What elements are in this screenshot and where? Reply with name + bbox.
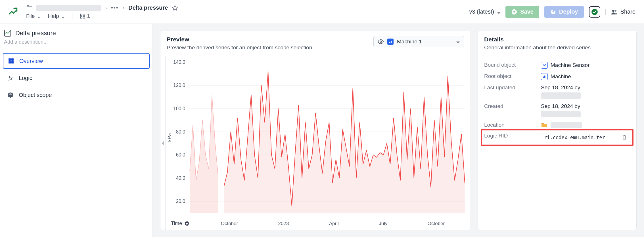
folder-icon [26, 5, 33, 11]
x-tick: October [428, 221, 445, 227]
x-axis-ticks: October2023AprilJulyOctober [195, 221, 471, 227]
svg-rect-37 [543, 77, 544, 78]
file-menu-label: File [26, 13, 35, 19]
sidebar-item-overview[interactable]: Overview [3, 53, 150, 69]
share-button[interactable]: Share [611, 9, 635, 15]
logic-rid-box[interactable]: ri.codex-emu.main.ter [541, 133, 630, 142]
main: Delta pressure Add a description... Over… [0, 24, 644, 237]
created-value: Sep 18, 2024 by [541, 103, 630, 117]
help-menu-label: Help [48, 13, 59, 19]
svg-point-11 [591, 9, 598, 15]
star-icon[interactable] [172, 5, 178, 11]
root-object-text: Machine [551, 73, 571, 80]
description-placeholder[interactable]: Add a description... [0, 38, 152, 50]
location-value[interactable] [541, 122, 630, 128]
details-subtitle: General information about the derived se… [484, 45, 630, 51]
svg-rect-38 [544, 76, 545, 78]
created-label: Created [484, 103, 535, 109]
sidebar-item-label: Logic [19, 75, 32, 81]
sidebar-item-label: Overview [19, 58, 43, 64]
breadcrumb-root-redacted [36, 5, 101, 11]
sidebar-item-logic[interactable]: fx Logic [3, 70, 150, 86]
line-chart[interactable]: 20.040.060.080.0100.0120.0140.0kPa [166, 56, 471, 217]
location-label: Location [484, 122, 535, 128]
breadcrumb-title[interactable]: Delta pressure [128, 5, 168, 11]
people-icon [611, 9, 618, 15]
eye-icon [378, 39, 384, 45]
sidebar-header: Delta pressure [0, 24, 152, 38]
root-object-label: Root object [484, 73, 535, 79]
divider [72, 13, 72, 19]
svg-text:kPa: kPa [167, 133, 172, 142]
row-bound-object: Bound object Machine Sensor [484, 62, 630, 69]
breadcrumb-ellipsis[interactable]: ••• [111, 5, 119, 11]
svg-rect-40 [624, 136, 625, 136]
svg-marker-1 [172, 5, 177, 10]
user-redacted [541, 92, 581, 99]
sidebar-item-label: Object scope [19, 92, 52, 98]
chevron-right-icon: › [123, 5, 125, 11]
gear-icon [184, 221, 189, 226]
chart-zone: 20.040.060.080.0100.0120.0140.0kPa Time … [160, 56, 471, 230]
scope-selector[interactable]: Machine 1 [373, 36, 464, 47]
preview-header: Preview Preview the derived series for a… [160, 31, 471, 56]
svg-rect-4 [80, 16, 82, 18]
collapse-handle[interactable] [160, 56, 166, 230]
root-object-value[interactable]: Machine [541, 73, 630, 80]
origin-count[interactable]: 1 [80, 13, 90, 19]
right-toolbar: v3 (latest) Save Deploy Share [469, 6, 635, 18]
grid-icon [7, 57, 15, 65]
version-selector[interactable]: v3 (latest) [469, 9, 500, 15]
svg-point-19 [380, 41, 382, 43]
time-label: Time [171, 221, 182, 227]
x-tick: 2023 [278, 221, 289, 227]
svg-point-12 [612, 10, 614, 12]
clipboard-icon[interactable] [622, 135, 627, 140]
chevron-down-icon [497, 10, 500, 14]
svg-rect-2 [80, 14, 82, 16]
time-axis-config[interactable]: Time [166, 217, 195, 230]
x-tick: October [221, 221, 238, 227]
last-updated-text: Sep 18, 2024 by [541, 84, 580, 91]
x-tick: April [329, 221, 339, 227]
location-redacted [551, 122, 582, 128]
last-updated-label: Last updated [484, 84, 535, 91]
help-menu[interactable]: Help [48, 13, 65, 19]
deploy-button[interactable]: Deploy [544, 6, 584, 18]
logic-rid-value: ri.codex-emu.main.ter [541, 133, 630, 142]
share-label: Share [620, 9, 635, 15]
breadcrumb-root[interactable] [26, 5, 101, 11]
sidebar-item-object-scope[interactable]: Object scope [3, 87, 150, 103]
save-button[interactable]: Save [505, 6, 539, 18]
row-logic-rid: Logic RID ri.codex-emu.main.ter [481, 129, 633, 146]
svg-rect-15 [9, 58, 11, 61]
machine-type-icon [541, 73, 548, 80]
svg-rect-16 [11, 58, 14, 61]
svg-rect-3 [83, 14, 85, 16]
details-header: Details General information about the de… [478, 31, 636, 56]
deploy-label: Deploy [559, 9, 578, 15]
file-menu[interactable]: File [26, 13, 41, 19]
row-last-updated: Last updated Sep 18, 2024 by [484, 84, 630, 99]
svg-text:140.0: 140.0 [173, 59, 185, 65]
check-circle-icon [591, 8, 598, 16]
logic-rid-text: ri.codex-emu.main.ter [544, 135, 619, 140]
chevron-down-icon [37, 14, 41, 18]
chevron-down-icon [61, 14, 65, 18]
x-tick: July [379, 221, 387, 227]
last-updated-value: Sep 18, 2024 by [541, 84, 630, 99]
scope-value: Machine 1 [397, 39, 422, 45]
chart-footer: Time October2023AprilJulyOctober [166, 217, 471, 230]
svg-point-13 [615, 10, 616, 12]
row-location: Location [484, 122, 630, 128]
bound-object-value[interactable]: Machine Sensor [541, 62, 630, 69]
content: Preview Preview the derived series for a… [153, 24, 644, 237]
svg-text:60.0: 60.0 [176, 152, 185, 158]
app-icon-gutter [0, 6, 26, 18]
chevron-right-icon: › [105, 5, 107, 11]
status-ok-button[interactable] [589, 6, 600, 18]
svg-text:80.0: 80.0 [176, 129, 185, 135]
version-label: v3 (latest) [469, 9, 494, 15]
details-rows: Bound object Machine Sensor Root object … [478, 56, 636, 148]
svg-rect-17 [9, 61, 11, 64]
